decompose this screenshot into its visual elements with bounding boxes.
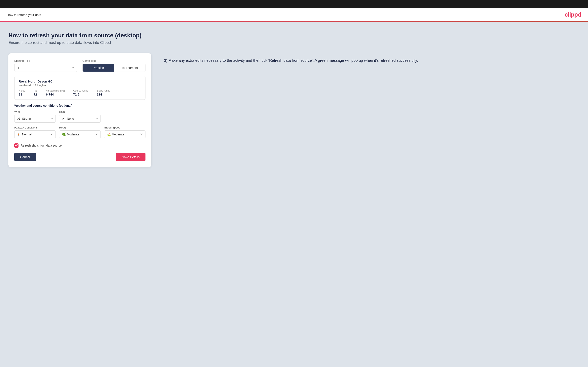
- stat-yards: Yards/White (M)) 6,744: [46, 89, 65, 96]
- page-heading: How to refresh your data from source (de…: [9, 32, 579, 39]
- stat-slope-rating: Slope rating 134: [97, 89, 110, 96]
- refresh-checkbox[interactable]: [14, 143, 18, 148]
- starting-hole-label: Starting Hole: [14, 59, 77, 62]
- course-rating-value: 72.5: [73, 92, 88, 96]
- game-type-toggle: Practice Tournament: [82, 64, 146, 72]
- cancel-button[interactable]: Cancel: [14, 153, 36, 161]
- refresh-label: Refresh shots from data source: [21, 144, 62, 147]
- fairway-select-wrapper: 🏌 Normal Soft Hard: [14, 130, 56, 138]
- green-speed-group: Green Speed ⛳ Moderate Fast Slow: [104, 126, 146, 138]
- game-type-group: Game Type Practice Tournament: [82, 59, 146, 72]
- rough-select[interactable]: Moderate Light Heavy: [59, 130, 101, 138]
- holes-value: 18: [19, 92, 25, 96]
- refresh-checkbox-row: Refresh shots from data source: [14, 143, 146, 148]
- side-text-content: 3) Make any extra edits necessary to the…: [164, 58, 579, 64]
- yards-value: 6,744: [46, 92, 65, 96]
- header-title: How to refresh your data: [7, 13, 41, 17]
- course-location: Westward Ho!, England: [19, 83, 141, 87]
- save-button[interactable]: Save Details: [116, 153, 146, 161]
- course-stats: Holes 18 Par 72 Yards/White (M)) 6,744 C…: [19, 89, 141, 96]
- rain-group: Rain ☀ None Light Heavy: [59, 110, 101, 123]
- stat-course-rating: Course rating 72.5: [73, 89, 88, 96]
- content-layout: Starting Hole 1 10 Game Type Practice To…: [9, 53, 579, 167]
- slope-rating-label: Slope rating: [97, 89, 110, 92]
- button-row: Cancel Save Details: [14, 153, 146, 161]
- weather-row: Wind 🌬 Strong Light Moderate None Rain: [14, 110, 146, 123]
- header: How to refresh your data clippd: [0, 8, 588, 21]
- starting-hole-select[interactable]: 1 10: [14, 64, 77, 72]
- rain-select[interactable]: None Light Heavy: [59, 115, 101, 123]
- rain-spacer: [104, 110, 146, 123]
- wind-select[interactable]: Strong Light Moderate None: [14, 115, 56, 123]
- footer: Copyright Clippd 2022: [0, 364, 588, 367]
- rough-group: Rough 🌿 Moderate Light Heavy: [59, 126, 101, 138]
- wind-select-wrapper: 🌬 Strong Light Moderate None: [14, 115, 56, 123]
- par-label: Par: [34, 89, 38, 92]
- holes-label: Holes: [19, 89, 25, 92]
- green-speed-label: Green Speed: [104, 126, 146, 129]
- game-type-label: Game Type: [82, 59, 146, 62]
- course-name: Royal North Devon GC,: [19, 80, 141, 83]
- side-text: 3) Make any extra edits necessary to the…: [164, 53, 579, 64]
- wind-label: Wind: [14, 110, 56, 113]
- yards-label: Yards/White (M)): [46, 89, 65, 92]
- rain-select-wrapper: ☀ None Light Heavy: [59, 115, 101, 123]
- weather-section-title: Weather and course conditions (optional): [14, 104, 146, 107]
- conditions-row: Fairway Conditions 🏌 Normal Soft Hard Ro…: [14, 126, 146, 138]
- top-bar: [0, 1, 588, 8]
- fairway-label: Fairway Conditions: [14, 126, 56, 129]
- main-content: How to refresh your data from source (de…: [0, 22, 588, 364]
- page-subheading: Ensure the correct and most up to date d…: [9, 41, 579, 45]
- rain-label: Rain: [59, 110, 101, 113]
- course-info-box: Royal North Devon GC, Westward Ho!, Engl…: [14, 76, 146, 100]
- stat-holes: Holes 18: [19, 89, 25, 96]
- course-rating-label: Course rating: [73, 89, 88, 92]
- form-card: Starting Hole 1 10 Game Type Practice To…: [9, 53, 151, 167]
- starting-hole-group: Starting Hole 1 10: [14, 59, 77, 72]
- fairway-group: Fairway Conditions 🏌 Normal Soft Hard: [14, 126, 56, 138]
- stat-par: Par 72: [34, 89, 38, 96]
- practice-btn[interactable]: Practice: [83, 64, 114, 72]
- logo: clippd: [565, 11, 581, 18]
- fairway-select[interactable]: Normal Soft Hard: [14, 130, 56, 138]
- tournament-btn[interactable]: Tournament: [114, 64, 145, 72]
- slope-rating-value: 134: [97, 92, 110, 96]
- wind-group: Wind 🌬 Strong Light Moderate None: [14, 110, 56, 123]
- rough-label: Rough: [59, 126, 101, 129]
- green-speed-select[interactable]: Moderate Fast Slow: [104, 130, 146, 138]
- par-value: 72: [34, 92, 38, 96]
- green-speed-select-wrapper: ⛳ Moderate Fast Slow: [104, 130, 146, 138]
- form-row-top: Starting Hole 1 10 Game Type Practice To…: [14, 59, 146, 72]
- rough-select-wrapper: 🌿 Moderate Light Heavy: [59, 130, 101, 138]
